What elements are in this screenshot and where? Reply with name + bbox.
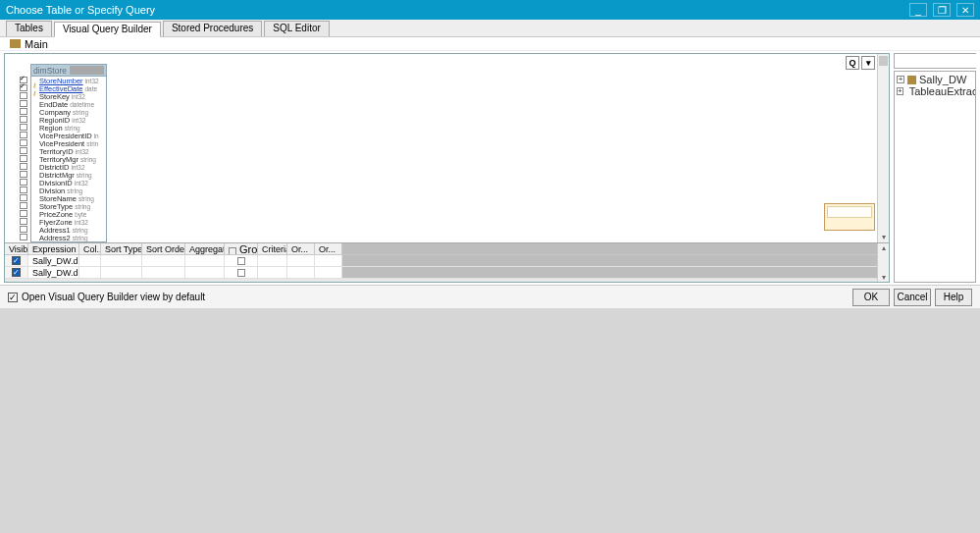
dialog-footer: Open Visual Query Builder view by defaul… — [0, 285, 980, 308]
field-checkbox[interactable] — [20, 132, 27, 138]
grid-header-sort-order[interactable]: Sort Order — [142, 243, 185, 254]
grid-cell-sort-type[interactable] — [101, 255, 142, 266]
grid-header-col[interactable]: Col... — [79, 243, 101, 254]
grid-header-aggregate[interactable]: Aggregate — [185, 243, 225, 254]
tree-item[interactable]: +TableauExtracts — [897, 85, 973, 97]
field-checkbox[interactable] — [20, 108, 27, 115]
grid-cell-or[interactable] — [287, 255, 315, 266]
grid-cell-visible[interactable] — [5, 255, 28, 266]
field-checkbox[interactable] — [20, 218, 27, 225]
field-checkbox[interactable] — [20, 187, 27, 193]
field-icon — [32, 172, 38, 178]
grid-cell-col[interactable] — [79, 255, 101, 266]
grid-header-visible[interactable]: Visible — [5, 243, 28, 254]
canvas-minimap[interactable] — [824, 203, 875, 231]
open-default-checkbox[interactable] — [8, 293, 18, 302]
field-icon — [32, 180, 38, 186]
canvas-dropdown-button[interactable]: ▾ — [861, 56, 875, 70]
field-icon — [32, 156, 38, 162]
grid-header-criteria[interactable]: Criteria — [258, 243, 287, 254]
grid-cell-sort-type[interactable] — [101, 267, 142, 278]
field-checkbox[interactable] — [20, 226, 27, 233]
field-checkbox[interactable] — [20, 124, 27, 131]
cancel-button[interactable]: Cancel — [894, 289, 931, 306]
table-card-dimstore[interactable]: dimStore (Sally_D... StoreNumberint32Eff… — [30, 64, 107, 242]
field-checkbox[interactable] — [20, 202, 27, 209]
grid-header-or[interactable]: Or... — [287, 243, 315, 254]
table-card-close-icon[interactable] — [70, 66, 104, 75]
ok-button[interactable]: OK — [852, 289, 890, 306]
grid-cell-col[interactable] — [79, 267, 101, 278]
field-checkbox[interactable] — [20, 100, 27, 107]
grid-row[interactable]: Sally_DW.dbo.di... — [5, 267, 889, 279]
field-checkbox[interactable] — [20, 163, 27, 170]
grouping-header-checkbox[interactable] — [229, 247, 236, 254]
field-icon — [32, 219, 38, 225]
scrollbar-down-icon[interactable]: ▾ — [878, 231, 889, 242]
field-name: Address2 — [39, 234, 71, 242]
grid-header-grouping[interactable]: Grouping — [225, 243, 258, 254]
field-icon — [32, 93, 38, 99]
field-checkbox[interactable] — [20, 139, 27, 146]
field-checkbox[interactable] — [20, 179, 27, 186]
grid-header-expression[interactable]: Expression — [28, 243, 79, 254]
schema-tree-pane: ✕ +Sally_DW+TableauExtracts — [894, 53, 976, 283]
field-checkbox[interactable] — [20, 194, 27, 201]
field-type: string — [73, 109, 88, 116]
tab-sql-editor[interactable]: SQL Editor — [264, 21, 330, 36]
canvas-scrollbar-vertical[interactable]: ▾ — [877, 54, 889, 242]
table-card-header[interactable]: dimStore (Sally_D... — [31, 65, 106, 77]
grid-cell-expression[interactable]: Sally_DW.dbo.di... — [28, 267, 79, 278]
tree-item[interactable]: +Sally_DW — [897, 74, 973, 85]
grid-cell-sort-order[interactable] — [142, 255, 185, 266]
folder-icon — [10, 39, 21, 48]
help-button[interactable]: Help — [935, 289, 972, 306]
visible-checkbox[interactable] — [12, 268, 21, 277]
grid-header-or-2[interactable]: Or... — [315, 243, 342, 254]
canvas-search-button[interactable]: Q — [846, 56, 859, 70]
grid-cell-sort-order[interactable] — [142, 267, 185, 278]
tree-expand-icon[interactable]: + — [897, 76, 904, 83]
grid-scroll-up-icon[interactable]: ▴ — [878, 243, 889, 252]
schema-search-input[interactable] — [895, 54, 980, 68]
visible-checkbox[interactable] — [12, 256, 21, 265]
field-checkbox[interactable] — [20, 155, 27, 162]
query-canvas[interactable]: Q ▾ dimStore (Sally_D... StoreNumberint3… — [5, 54, 889, 242]
grid-cell-or-2[interactable] — [315, 267, 342, 278]
grid-cell-expression[interactable]: Sally_DW.dbo.di... — [28, 255, 79, 266]
grid-cell-criteria[interactable] — [258, 255, 287, 266]
field-checkbox[interactable] — [20, 116, 27, 123]
grouping-checkbox[interactable] — [237, 269, 245, 277]
grid-row[interactable]: Sally_DW.dbo.di... — [5, 255, 889, 267]
grid-cell-or-2[interactable] — [315, 255, 342, 266]
grid-scroll-down-icon[interactable]: ▾ — [878, 273, 889, 282]
tree-expand-icon[interactable]: + — [897, 87, 903, 95]
grid-cell-or[interactable] — [287, 267, 315, 278]
tab-stored-procedures[interactable]: Stored Procedures — [163, 21, 262, 36]
field-checkbox[interactable] — [20, 171, 27, 178]
field-checkbox[interactable] — [20, 234, 27, 240]
field-checkbox[interactable] — [20, 210, 27, 217]
grouping-checkbox[interactable] — [237, 257, 245, 265]
grid-header-sort-type[interactable]: Sort Type — [101, 243, 142, 254]
database-icon — [907, 76, 916, 84]
field-checkbox[interactable] — [20, 147, 27, 154]
tab-visual-query-builder[interactable]: Visual Query Builder — [54, 22, 161, 37]
grid-cell-criteria[interactable] — [258, 267, 287, 278]
grid-cell-grouping[interactable] — [225, 267, 258, 278]
grid-scrollbar-vertical[interactable]: ▴ ▾ — [877, 243, 889, 282]
field-checkbox[interactable] — [20, 84, 27, 91]
field-checkbox[interactable] — [20, 92, 27, 99]
grid-cell-aggregate[interactable] — [185, 255, 225, 266]
close-button[interactable]: ✕ — [956, 3, 974, 17]
schema-tree[interactable]: +Sally_DW+TableauExtracts — [894, 71, 976, 283]
grid-cell-grouping[interactable] — [225, 255, 258, 266]
field-row[interactable]: Address2string — [31, 234, 106, 241]
maximize-button[interactable]: ❐ — [933, 3, 951, 17]
field-type: int32 — [72, 93, 85, 100]
grid-cell-visible[interactable] — [5, 267, 28, 278]
grid-cell-aggregate[interactable] — [185, 267, 225, 278]
minimize-button[interactable]: _ — [909, 3, 927, 17]
scrollbar-thumb[interactable] — [879, 56, 888, 66]
tab-tables[interactable]: Tables — [6, 21, 52, 36]
